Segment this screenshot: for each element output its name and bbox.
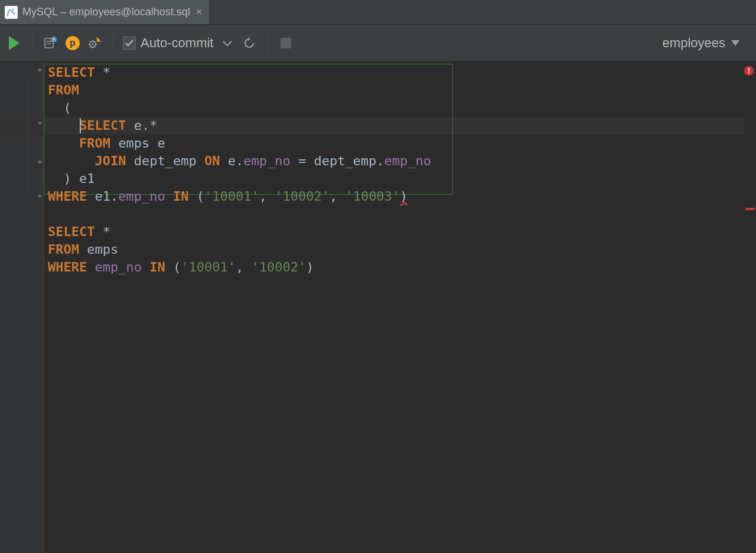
text-caret (80, 118, 81, 133)
editor-gutter[interactable] (0, 61, 44, 553)
svg-point-5 (92, 43, 94, 45)
code-line[interactable]: FROM emps e (48, 135, 756, 152)
commit-options-dropdown[interactable] (219, 35, 236, 51)
code-line[interactable]: FROM emps (48, 241, 756, 258)
rollback-button[interactable] (242, 35, 258, 51)
editor-tab[interactable]: MySQL – employees@localhost.sql × (0, 0, 209, 24)
parameters-button[interactable]: p (64, 35, 81, 51)
code-line[interactable]: WHERE e1.emp_no IN ('10001', '10002', '1… (48, 188, 756, 205)
sql-toolbar: p Auto-commit employees (0, 25, 756, 61)
schema-selector[interactable]: employees (663, 35, 739, 51)
sql-editor[interactable]: SELECT * FROM ( SELECT e.* FROM emps e J… (0, 61, 756, 553)
fold-collapse-icon[interactable] (37, 120, 43, 127)
code-line[interactable] (48, 205, 756, 223)
stop-button[interactable] (278, 35, 294, 51)
code-line[interactable]: SELECT * (48, 223, 756, 241)
schema-name: employees (663, 35, 725, 51)
code-line[interactable]: SELECT * (48, 64, 756, 81)
code-line[interactable]: ) e1 (48, 170, 756, 188)
settings-button[interactable] (87, 35, 103, 51)
toolbar-separator (268, 34, 268, 52)
play-icon (9, 36, 19, 50)
toolbar-separator (32, 34, 32, 52)
code-area[interactable]: SELECT * FROM ( SELECT e.* FROM emps e J… (44, 61, 756, 553)
fold-guide (28, 83, 29, 190)
code-line[interactable]: JOIN dept_emp ON e.emp_no = dept_emp.emp… (48, 152, 756, 170)
stop-icon (281, 38, 291, 48)
chevron-down-icon (731, 40, 739, 46)
fold-collapse-icon[interactable] (37, 67, 43, 74)
code-line[interactable]: FROM (48, 81, 756, 99)
execution-plan-button[interactable] (42, 35, 58, 51)
fold-expand-icon[interactable] (37, 158, 43, 165)
tab-separator (209, 0, 210, 24)
fold-expand-icon[interactable] (37, 192, 43, 199)
editor-tab-bar: MySQL – employees@localhost.sql × (0, 0, 756, 25)
code-line[interactable]: SELECT e.* (48, 117, 756, 135)
toolbar-separator (113, 34, 113, 52)
checkbox-checked-icon (123, 37, 136, 50)
p-badge-icon: p (66, 36, 80, 50)
tab-close-button[interactable]: × (195, 6, 204, 18)
code-line[interactable]: ( (48, 99, 756, 117)
tab-title: MySQL – employees@localhost.sql (22, 6, 190, 18)
autocommit-label: Auto-commit (141, 35, 213, 51)
code-line[interactable]: WHERE emp_no IN ('10001', '10002') (48, 258, 756, 276)
autocommit-toggle[interactable]: Auto-commit (123, 35, 213, 51)
run-button[interactable] (6, 35, 22, 51)
mysql-file-icon (5, 6, 18, 19)
